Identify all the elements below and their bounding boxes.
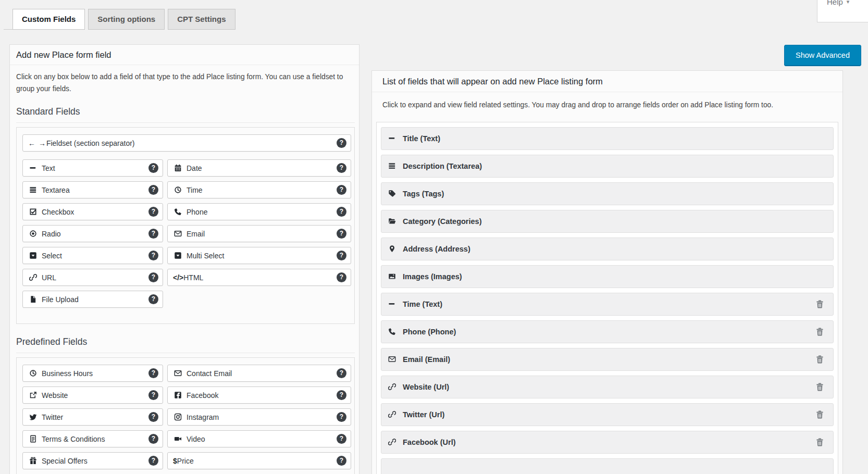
field-type-button-date[interactable]: Date? <box>167 159 351 177</box>
form-field-label: Images (Images) <box>403 272 462 281</box>
form-field-row-unknown[interactable] <box>381 458 834 474</box>
field-type-button-website[interactable]: Website? <box>22 386 163 404</box>
trash-icon[interactable] <box>815 327 824 336</box>
field-list-panel-title: List of fields that will appear on add n… <box>372 71 842 92</box>
show-advanced-button[interactable]: Show Advanced <box>784 45 861 66</box>
select-icon <box>28 252 38 259</box>
trash-icon[interactable] <box>815 300 824 309</box>
tab-cpt-settings[interactable]: CPT Settings <box>168 9 235 30</box>
trash-icon[interactable] <box>815 382 824 392</box>
form-field-row-title-text[interactable]: Title (Text) <box>381 127 834 150</box>
help-circle-icon[interactable]: ? <box>148 163 158 173</box>
field-type-label: Textarea <box>42 186 70 194</box>
form-field-label: Description (Textarea) <box>403 162 482 170</box>
form-field-row-time-text[interactable]: Time (Text) <box>381 293 834 316</box>
help-circle-icon[interactable]: ? <box>337 163 346 173</box>
tab-sorting-options[interactable]: Sorting options <box>88 9 165 30</box>
form-field-row-twitter-url[interactable]: Twitter (Url) <box>381 403 834 426</box>
field-grid-row: Twitter?Instagram? <box>22 408 351 426</box>
field-type-button-email[interactable]: Email? <box>167 225 351 242</box>
help-circle-icon[interactable]: ? <box>148 251 158 260</box>
field-type-button-radio[interactable]: Radio? <box>22 225 163 242</box>
help-circle-icon[interactable]: ? <box>148 272 158 282</box>
field-type-button-file-upload[interactable]: File Upload? <box>22 291 163 308</box>
form-field-row-address-address[interactable]: Address (Address) <box>381 238 834 260</box>
field-type-button-instagram[interactable]: Instagram? <box>167 408 351 426</box>
field-type-button-facebook[interactable]: Facebook? <box>167 386 351 404</box>
marker-icon <box>388 245 398 253</box>
envelope-icon <box>173 230 182 238</box>
field-grid-row: Checkbox?Phone? <box>22 203 351 220</box>
help-circle-icon[interactable]: ? <box>337 272 346 282</box>
field-type-button-special-offers[interactable]: Special Offers? <box>22 452 163 469</box>
radio-icon <box>28 230 38 238</box>
tab-bar: Custom FieldsSorting optionsCPT Settings <box>13 9 235 30</box>
form-field-row-category-categories[interactable]: Category (Categories) <box>381 210 834 233</box>
field-type-button-business-hours[interactable]: Business Hours? <box>22 365 163 382</box>
form-field-row-email-email[interactable]: Email (Email) <box>381 348 834 371</box>
field-type-button-twitter[interactable]: Twitter? <box>22 408 163 426</box>
field-type-button-checkbox[interactable]: Checkbox? <box>22 203 163 220</box>
field-type-button-textarea[interactable]: Textarea? <box>22 181 163 198</box>
field-type-button-contact-email[interactable]: Contact Email? <box>167 365 351 382</box>
help-circle-icon[interactable]: ? <box>337 456 346 466</box>
form-field-row-tags-tags[interactable]: Tags (Tags) <box>381 182 834 205</box>
help-button[interactable]: Help ▾ <box>817 0 868 22</box>
help-circle-icon[interactable]: ? <box>148 368 158 378</box>
help-circle-icon[interactable]: ? <box>148 294 158 304</box>
help-circle-icon[interactable]: ? <box>148 412 158 422</box>
field-grid-standard-fields: ← →Fieldset (section separator)?Text?Dat… <box>16 127 355 324</box>
help-circle-icon[interactable]: ? <box>148 456 158 466</box>
tab-custom-fields[interactable]: Custom Fields <box>13 9 85 30</box>
form-field-row-images-images[interactable]: Images (Images) <box>381 265 834 288</box>
help-circle-icon[interactable]: ? <box>148 207 158 217</box>
field-list-panel: List of fields that will appear on add n… <box>371 70 843 474</box>
field-type-button-fieldset-section-separator[interactable]: ← →Fieldset (section separator)? <box>22 134 351 152</box>
field-type-label: Checkbox <box>42 208 74 216</box>
field-type-label: Fieldset (section separator) <box>46 139 135 147</box>
help-circle-icon[interactable]: ? <box>148 434 158 444</box>
field-type-label: Special Offers <box>42 457 88 465</box>
help-circle-icon[interactable]: ? <box>337 185 346 195</box>
help-circle-icon[interactable]: ? <box>337 368 346 378</box>
help-circle-icon[interactable]: ? <box>337 412 346 422</box>
form-field-label: Website (Url) <box>403 383 449 391</box>
help-circle-icon[interactable]: ? <box>148 229 158 239</box>
field-type-button-phone[interactable]: Phone? <box>167 203 351 220</box>
help-circle-icon[interactable]: ? <box>337 229 346 239</box>
form-field-row-phone-phone[interactable]: Phone (Phone) <box>381 320 834 343</box>
help-circle-icon[interactable]: ? <box>337 434 346 444</box>
trash-icon[interactable] <box>815 410 824 419</box>
help-circle-icon[interactable]: ? <box>337 207 346 217</box>
field-type-button-terms-conditions[interactable]: Terms & Conditions? <box>22 430 163 447</box>
empty-grid-cell <box>167 291 351 308</box>
field-type-button-select[interactable]: Select? <box>22 247 163 264</box>
field-type-button-text[interactable]: Text? <box>22 159 163 177</box>
field-type-label: Multi Select <box>187 252 224 260</box>
help-circle-icon[interactable]: ? <box>148 185 158 195</box>
field-type-button-html[interactable]: </>HTML? <box>167 269 351 286</box>
form-field-row-facebook-url[interactable]: Facebook (Url) <box>381 431 834 454</box>
fieldset-icon: ← → <box>28 139 46 147</box>
form-field-row-website-url[interactable]: Website (Url) <box>381 376 834 398</box>
select-icon <box>173 252 182 259</box>
help-circle-icon[interactable]: ? <box>337 390 346 400</box>
field-type-button-price[interactable]: $Price? <box>167 452 351 469</box>
help-circle-icon[interactable]: ? <box>148 390 158 400</box>
form-field-label: Facebook (Url) <box>403 438 456 446</box>
form-field-label: Tags (Tags) <box>403 190 444 198</box>
field-type-label: Website <box>42 391 68 400</box>
field-type-button-time[interactable]: Time? <box>167 181 351 198</box>
field-list-description: Click to expand and view field related s… <box>382 99 807 111</box>
field-type-label: Twitter <box>42 413 63 421</box>
field-type-label: Date <box>187 164 202 172</box>
help-circle-icon[interactable]: ? <box>337 251 346 260</box>
tag-icon <box>388 190 398 197</box>
field-type-button-video[interactable]: Video? <box>167 430 351 447</box>
trash-icon[interactable] <box>815 438 824 447</box>
field-type-button-multi-select[interactable]: Multi Select? <box>167 247 351 264</box>
form-field-row-description-textarea[interactable]: Description (Textarea) <box>381 155 834 178</box>
field-type-button-url[interactable]: URL? <box>22 269 163 286</box>
help-circle-icon[interactable]: ? <box>337 138 346 148</box>
trash-icon[interactable] <box>815 355 824 364</box>
